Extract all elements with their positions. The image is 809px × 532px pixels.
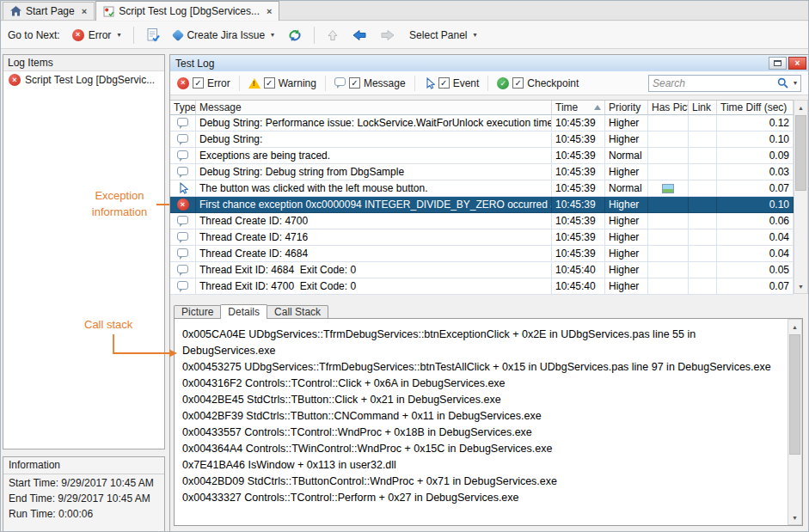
filter-label[interactable]: Error bbox=[207, 77, 230, 89]
cell-message: Thread Create ID: 4684 bbox=[196, 246, 552, 262]
filter-toolbar: Error Warning Message Event bbox=[170, 71, 808, 95]
close-icon[interactable]: × bbox=[267, 6, 272, 16]
scroll-down-icon[interactable]: ▼ bbox=[788, 511, 801, 524]
go-up-button[interactable] bbox=[323, 27, 342, 44]
checkpoint-checkbox[interactable] bbox=[512, 77, 524, 89]
table-row-selected[interactable]: First chance exception 0xc0000094 INTEGE… bbox=[170, 197, 794, 213]
filter-label[interactable]: Checkpoint bbox=[527, 77, 579, 89]
search-dropdown-icon[interactable]: ▾ bbox=[794, 79, 797, 87]
column-header-time[interactable]: Time bbox=[552, 101, 605, 115]
table-row[interactable]: Debug String: Debug string from DbgSampl… bbox=[170, 164, 794, 180]
cell-type bbox=[170, 213, 196, 229]
cell-link bbox=[689, 164, 717, 180]
cell-message: The button was clicked with the left mou… bbox=[196, 180, 552, 197]
table-row[interactable]: Thread Create ID: 4700 10:45:39 Higher 0… bbox=[170, 213, 794, 229]
filter-label[interactable]: Event bbox=[453, 77, 480, 89]
column-header-time-diff[interactable]: Time Diff (sec) bbox=[717, 101, 794, 115]
message-icon bbox=[177, 216, 188, 224]
message-checkbox[interactable] bbox=[349, 77, 360, 89]
table-row[interactable]: Exceptions are being traced. 10:45:39 No… bbox=[170, 148, 794, 164]
toolbar-separator bbox=[314, 27, 315, 44]
tab-picture[interactable]: Picture bbox=[174, 305, 221, 318]
scrollbar-thumb[interactable] bbox=[795, 115, 806, 191]
search-icon[interactable] bbox=[777, 77, 788, 89]
table-row[interactable]: Debug String: 10:45:39 Higher 0.10 bbox=[170, 131, 794, 148]
create-jira-issue-label: Create Jira Issue bbox=[187, 29, 265, 41]
column-header-type[interactable]: Type bbox=[170, 101, 196, 115]
warning-checkbox[interactable] bbox=[264, 77, 275, 89]
cell-type bbox=[170, 246, 196, 262]
table-row[interactable]: Thread Exit ID: 4684 Exit Code: 0 10:45:… bbox=[170, 262, 794, 278]
event-icon bbox=[177, 182, 188, 194]
message-icon bbox=[177, 118, 188, 126]
float-panel-button[interactable] bbox=[769, 57, 787, 70]
cell-message: Thread Create ID: 4700 bbox=[196, 213, 552, 229]
table-scrollbar[interactable]: ▲ ▼ bbox=[794, 100, 808, 294]
tab-start-page[interactable]: Start Page × bbox=[3, 2, 95, 20]
filter-error: Error bbox=[177, 77, 230, 89]
tab-details[interactable]: Details bbox=[220, 304, 267, 319]
tree-item-label: Script Test Log [DbgServic... bbox=[25, 74, 155, 86]
filter-label[interactable]: Warning bbox=[279, 77, 316, 89]
cell-type bbox=[170, 229, 196, 246]
column-header-priority[interactable]: Priority bbox=[605, 101, 648, 115]
error-checkbox[interactable] bbox=[193, 77, 204, 89]
cell-time-diff: 0.05 bbox=[717, 262, 794, 278]
cell-link bbox=[689, 262, 717, 278]
table-row[interactable]: Thread Create ID: 4716 10:45:39 Higher 0… bbox=[170, 229, 794, 246]
call-stack-line: 0x00433557 Controls::TControl::WndProc +… bbox=[182, 425, 776, 441]
chevron-down-icon: ▾ bbox=[271, 31, 274, 39]
search-input[interactable] bbox=[653, 77, 774, 89]
call-stack-line: 0x005CA04E UDbgServices::TfrmDebugServic… bbox=[182, 327, 776, 359]
filter-label[interactable]: Message bbox=[364, 77, 406, 89]
sort-ascending-icon bbox=[594, 105, 601, 110]
table-row[interactable]: Thread Create ID: 4684 10:45:39 Higher 0… bbox=[170, 246, 794, 262]
tab-call-stack[interactable]: Call Stack bbox=[267, 305, 328, 318]
cell-has-picture bbox=[648, 115, 689, 131]
cell-type bbox=[170, 197, 196, 213]
column-header-message[interactable]: Message bbox=[196, 101, 552, 115]
event-checkbox[interactable] bbox=[438, 77, 450, 89]
details-scrollbar[interactable]: ▲ ▼ bbox=[788, 319, 802, 525]
scroll-down-icon[interactable]: ▼ bbox=[794, 279, 807, 293]
tree-item-script-test-log[interactable]: Script Test Log [DbgServic... bbox=[3, 71, 164, 88]
go-back-button[interactable] bbox=[348, 27, 371, 44]
cell-time: 10:45:39 bbox=[552, 180, 605, 197]
cell-time-diff: 0.03 bbox=[717, 164, 794, 180]
cell-link bbox=[689, 278, 717, 295]
column-header-link[interactable]: Link bbox=[689, 101, 717, 115]
call-stack-line: 0x00453275 UDbgServices::TfrmDebugServic… bbox=[182, 359, 776, 376]
select-panel-dropdown[interactable]: Select Panel ▾ bbox=[405, 27, 481, 44]
scrollbar-thumb[interactable] bbox=[789, 334, 800, 455]
cell-time: 10:45:39 bbox=[552, 197, 605, 213]
table-row[interactable]: Debug String: Performance issue: LockSer… bbox=[170, 115, 794, 131]
column-header-has-picture[interactable]: Has Pictu bbox=[648, 101, 689, 115]
cell-priority: Higher bbox=[605, 115, 648, 131]
cell-message: Debug String: Performance issue: LockSer… bbox=[196, 115, 552, 131]
close-icon[interactable]: × bbox=[82, 6, 87, 16]
jira-action-button[interactable] bbox=[285, 27, 305, 44]
create-jira-issue-button[interactable]: Create Jira Issue ▾ bbox=[169, 27, 279, 44]
go-to-next-dropdown[interactable]: Error ▾ bbox=[68, 27, 126, 44]
cell-time: 10:45:39 bbox=[552, 115, 605, 131]
scroll-up-icon[interactable]: ▲ bbox=[794, 101, 807, 114]
cell-has-picture bbox=[648, 148, 689, 164]
call-stack-line: 0x0042BF39 StdCtrls::TButton::CNCommand … bbox=[182, 408, 776, 425]
table-row[interactable]: The button was clicked with the left mou… bbox=[170, 180, 794, 197]
run-time-text: Run Time: 0:00:06 bbox=[3, 505, 164, 521]
cell-time: 10:45:39 bbox=[552, 246, 605, 262]
log-report-button[interactable] bbox=[143, 26, 163, 45]
scroll-up-icon[interactable]: ▲ bbox=[788, 320, 801, 333]
cell-has-picture bbox=[648, 262, 689, 278]
error-icon bbox=[9, 74, 21, 86]
close-panel-button[interactable]: × bbox=[788, 57, 806, 70]
go-forward-button[interactable] bbox=[377, 27, 399, 44]
cell-has-picture bbox=[648, 278, 689, 295]
tab-script-test-log[interactable]: Script Test Log [DbgServices... × bbox=[95, 1, 279, 21]
call-stack-line: 0x004364A4 Controls::TWinControl::WndPro… bbox=[182, 441, 776, 457]
toolbar-separator bbox=[133, 27, 134, 44]
tab-label: Script Test Log [DbgServices... bbox=[119, 5, 260, 17]
table-row[interactable]: Thread Exit ID: 4700 Exit Code: 0 10:45:… bbox=[170, 278, 794, 295]
cell-time: 10:45:39 bbox=[552, 148, 605, 164]
cell-priority: Higher bbox=[605, 246, 648, 262]
